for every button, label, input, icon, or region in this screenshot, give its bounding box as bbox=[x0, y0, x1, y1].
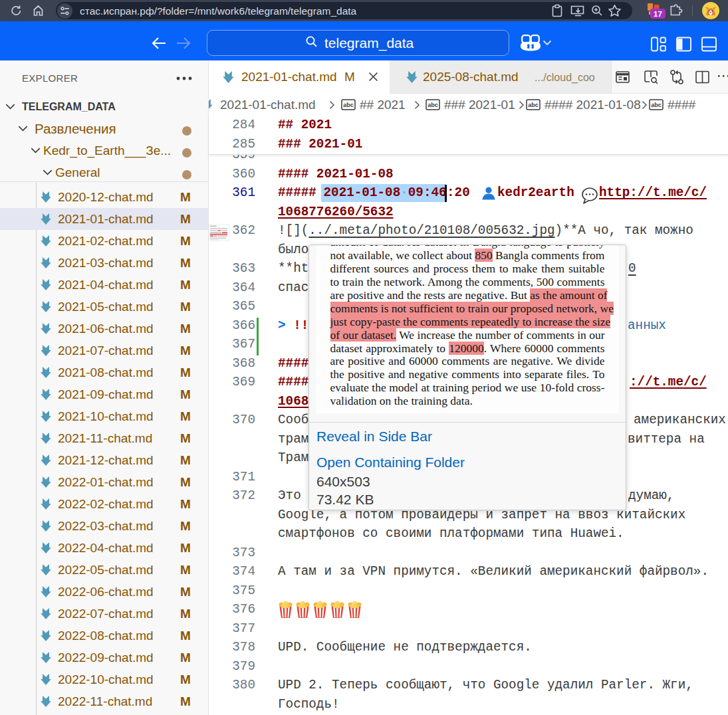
svg-text:abc: abc bbox=[427, 102, 438, 108]
svg-text:abc: abc bbox=[343, 102, 354, 108]
svg-text:abc: abc bbox=[528, 102, 539, 108]
svg-text:abc: abc bbox=[651, 102, 662, 108]
